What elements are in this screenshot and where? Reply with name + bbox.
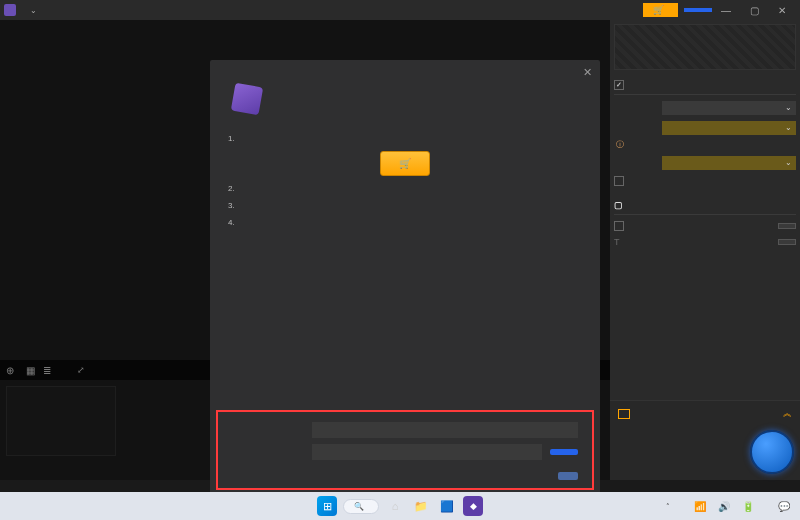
- info-icon: ⓘ: [616, 139, 624, 150]
- reg-step-3-text: [246, 201, 582, 210]
- window-maximize-button[interactable]: ▢: [740, 1, 768, 19]
- view-prompt-button[interactable]: [778, 223, 796, 229]
- reg-step-4: 4.: [228, 218, 582, 227]
- window-close-button[interactable]: ✕: [768, 1, 796, 19]
- registration-dialog: ✕ 1. 🛒 2. 3. 4.: [210, 60, 600, 500]
- battery-icon[interactable]: 🔋: [738, 502, 758, 511]
- reg-step-3: 3.: [228, 201, 582, 210]
- main-area: ⊕ ▦ ≣ ⤢ ✕: [0, 20, 800, 480]
- explorer-icon[interactable]: 📁: [411, 496, 431, 516]
- reg-step-2: 2.: [228, 184, 582, 193]
- more-details-section-header[interactable]: ✓: [614, 76, 796, 95]
- twopass-checkbox[interactable]: [614, 176, 624, 186]
- notifications-icon[interactable]: 💬: [774, 502, 794, 511]
- export-icon: [618, 409, 630, 419]
- buy-now-button[interactable]: 🛒: [380, 151, 430, 176]
- keep-prompt-checkbox[interactable]: [614, 221, 624, 231]
- start-button[interactable]: ⊞: [317, 496, 337, 516]
- license-code-input[interactable]: [312, 444, 542, 460]
- volume-icon[interactable]: 🔊: [714, 502, 734, 511]
- hardware-select[interactable]: [662, 101, 796, 115]
- task-view-icon[interactable]: ⌂: [385, 496, 405, 516]
- reg-step-2-text: [246, 184, 582, 193]
- prompt-icon: ▢: [614, 200, 623, 210]
- run-button[interactable]: [750, 430, 794, 474]
- taskbar-search[interactable]: 🔍: [343, 499, 379, 514]
- windows-taskbar: ⊞ 🔍 ⌂ 📁 🟦 ◆ ˄ 📶 🔊 🔋 💬: [0, 492, 800, 520]
- preview-thumbnail: [614, 24, 796, 70]
- upscale-select[interactable]: [662, 156, 796, 170]
- search-icon: 🔍: [354, 502, 364, 511]
- app-icon: [4, 4, 16, 16]
- reg-step-1-text: [246, 134, 582, 143]
- chevron-down-icon[interactable]: ⌄: [30, 6, 37, 15]
- reg-step-1: 1.: [228, 134, 582, 143]
- licensed-email-input[interactable]: [312, 422, 578, 438]
- reg-step-4-text: [246, 218, 582, 227]
- text-icon: T: [614, 237, 620, 247]
- remind-later-button[interactable]: [558, 472, 578, 480]
- titlebar: ⌄ 🛒 — ▢ ✕: [0, 0, 800, 20]
- window-minimize-button[interactable]: —: [712, 1, 740, 19]
- app1-icon[interactable]: 🟦: [437, 496, 457, 516]
- add-text-button[interactable]: [778, 239, 796, 245]
- export-panel: ︽: [610, 400, 800, 480]
- home-button-titlebar[interactable]: [684, 8, 712, 12]
- app-logo: [228, 80, 266, 118]
- buy-now-button-titlebar[interactable]: 🛒: [643, 3, 678, 17]
- network-icon[interactable]: 📶: [690, 502, 710, 511]
- checkbox-icon[interactable]: ✓: [614, 80, 624, 90]
- activate-button[interactable]: [550, 449, 578, 455]
- collapse-icon[interactable]: ︽: [783, 407, 792, 420]
- ai-model-select[interactable]: [662, 121, 796, 135]
- aiarty-taskbar-icon[interactable]: ◆: [463, 496, 483, 516]
- close-icon[interactable]: ✕: [583, 66, 592, 79]
- workspace: ⊕ ▦ ≣ ⤢ ✕: [0, 20, 610, 480]
- activation-panel: [216, 410, 594, 490]
- image-prompt-section-header[interactable]: ▢: [614, 196, 796, 215]
- settings-sidebar: ✓ ⓘ ▢: [610, 20, 800, 480]
- tray-chevron-icon[interactable]: ˄: [662, 502, 674, 511]
